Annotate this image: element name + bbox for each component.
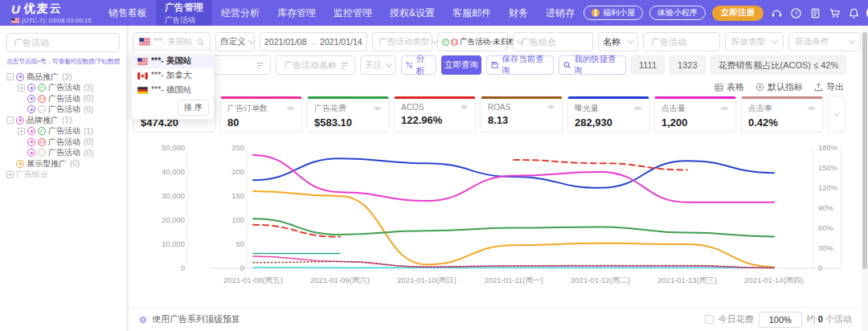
tree-item-商品推广[interactable]: -商品推广(3) — [6, 72, 120, 83]
portfolio-input[interactable] — [513, 32, 593, 51]
date-start[interactable]: 2021/01/08 — [264, 37, 307, 47]
tree-item-label: 广告组合 — [16, 169, 48, 180]
tree-item-label: 广告活动 — [48, 125, 80, 137]
eye-icon[interactable] — [373, 104, 382, 113]
kpi-card-点击率[interactable]: 点击率0.42% — [741, 96, 823, 132]
export-icon — [814, 83, 823, 92]
kpi-card-ACOS[interactable]: ACOS122.96% — [394, 96, 476, 132]
bell-icon[interactable] — [847, 6, 860, 19]
analyze-button[interactable]: 分析 — [401, 55, 436, 75]
percent-input[interactable] — [759, 312, 802, 328]
nav-item-库存管理[interactable]: 库存管理 — [268, 0, 325, 26]
date-preset-select[interactable]: 自定义 — [215, 32, 255, 51]
axis-tick-label: 50 — [235, 239, 244, 248]
nav-item-广告管理[interactable]: 广告管理广告活动 — [156, 0, 212, 26]
marketplace-option[interactable]: ***- 加拿大 — [132, 68, 214, 83]
campaign-tree-search-input[interactable] — [6, 33, 120, 52]
targeting-type-select[interactable]: 投放类型 — [725, 32, 784, 51]
top-navbar: U 优麦云 (UTC-7): 03/08 03:00:15 销售看板广告管理广告… — [0, 0, 868, 26]
table-view-button[interactable]: 表格 — [714, 81, 744, 93]
tree-item-广告活动[interactable]: +✓广告活动(1) — [6, 126, 120, 137]
query-button[interactable]: 立即查询 — [441, 55, 481, 75]
expand-icon[interactable]: + — [6, 171, 14, 178]
support-headset-icon[interactable] — [770, 6, 783, 19]
kpi-card-广告花费[interactable]: 广告花费$583.10 — [307, 96, 389, 132]
follow-select[interactable]: 关注 — [360, 55, 396, 75]
kpi-title: 点击率 — [748, 103, 772, 114]
expand-icon[interactable]: + — [18, 128, 25, 135]
tree-item-count: (0) — [84, 149, 93, 157]
sort-lines-icon[interactable] — [256, 62, 264, 69]
kpi-card-曝光量[interactable]: 曝光量282,930 — [567, 96, 649, 132]
kpi-card-广告订单数[interactable]: 广告订单数80 — [220, 96, 302, 132]
eye-icon[interactable] — [460, 103, 469, 112]
status-pause-icon: ❙❙ — [38, 95, 46, 103]
nav-item-进销存[interactable]: 进销存 — [537, 0, 583, 26]
campaign-input[interactable] — [643, 32, 720, 51]
marketplace-option[interactable]: ***- 美国站 — [132, 54, 214, 68]
tree-item-品牌推广[interactable]: -品牌推广(1) — [6, 115, 120, 126]
welfare-button[interactable]: 福利小屋 — [583, 6, 643, 20]
eye-icon[interactable] — [547, 103, 555, 112]
collapse-icon[interactable]: - — [6, 73, 14, 80]
campaign-type-select[interactable]: 广告活动类型 — [372, 32, 432, 51]
campaign-status-select[interactable]: ✓ ❙❙ 广告活动-未归档 — [437, 32, 508, 51]
metrics-chart: 50,00040,00030,00020,00010,0000250200150… — [129, 137, 862, 297]
tree-item-广告活动[interactable]: ❙❙广告活动(0) — [6, 137, 120, 148]
utc-time: (UTC-7): 03/08 03:00:15 — [11, 17, 96, 24]
tree-item-label: 品牌推广 — [27, 115, 59, 126]
today-spend-checkbox[interactable] — [705, 315, 714, 324]
campaign-name-input[interactable] — [276, 55, 355, 75]
my-quick-query-button[interactable]: 我的快捷查询 — [559, 55, 626, 75]
tree-item-广告活动[interactable]: ❙❙广告活动(0) — [6, 93, 120, 104]
cart-icon[interactable] — [828, 6, 841, 19]
nav-item-销售看板[interactable]: 销售看板 — [100, 0, 156, 26]
condition-select[interactable]: 筛选条件 — [788, 32, 861, 51]
kpi-card-点击量[interactable]: 点击量1,200 — [654, 96, 736, 132]
help-icon[interactable]: ? — [789, 6, 802, 19]
kpi-title: 广告花费 — [314, 103, 346, 114]
marketplace-select[interactable]: ***- 美国站 — [133, 32, 211, 51]
tree-item-广告组合[interactable]: +广告组合 — [6, 170, 120, 181]
tree-item-广告活动[interactable]: +✓广告活动(3) — [6, 83, 120, 94]
default-metrics-button[interactable]: 默认指标 — [755, 81, 803, 93]
nav-item-经营分析[interactable]: 经营分析 — [212, 0, 268, 26]
filter-chip[interactable]: 花费销售额占比(ACOS) ≤ 42% — [710, 55, 847, 75]
name-field-select[interactable]: 名称 — [598, 32, 638, 51]
document-icon[interactable] — [809, 6, 821, 19]
sort-button[interactable]: 排 序 — [178, 100, 209, 116]
nav-item-客服邮件[interactable]: 客服邮件 — [444, 0, 500, 26]
date-end[interactable]: 2021/01/14 — [320, 37, 362, 47]
eye-icon[interactable] — [720, 104, 729, 113]
date-range-picker[interactable]: 2021/01/08 → 2021/01/14 — [260, 32, 367, 51]
collapse-cards-button[interactable] — [828, 96, 845, 132]
nav-item-监控管理[interactable]: 监控管理 — [325, 0, 381, 26]
tree-item-展示型推广[interactable]: 展示型推广(0) — [6, 158, 120, 170]
sort-lines-icon[interactable] — [341, 62, 349, 69]
tree-item-count: (1) — [62, 116, 72, 125]
axis-tick-label: 2021-01-10(周日) — [397, 276, 457, 284]
eye-icon[interactable] — [633, 104, 642, 113]
axis-tick-label: 150 — [231, 191, 244, 200]
collapse-icon[interactable]: - — [6, 116, 14, 124]
export-button[interactable]: 导出 — [814, 81, 844, 93]
nav-item-授权&设置[interactable]: 授权&设置 — [381, 0, 444, 26]
filter-chip[interactable]: 1323 — [669, 55, 705, 75]
nav-item-财务[interactable]: 财务 — [500, 0, 537, 26]
register-button[interactable]: 立即注册 — [712, 6, 764, 21]
eye-icon[interactable] — [286, 104, 295, 113]
tree-item-广告活动[interactable]: –广告活动(0) — [6, 104, 120, 116]
kpi-card-ROAS[interactable]: ROAS8.13 — [481, 96, 563, 132]
experience-mini-program-button[interactable]: 体验小程序 — [649, 6, 706, 20]
eye-icon[interactable] — [807, 104, 816, 113]
axis-tick-label: 200 — [231, 167, 244, 176]
budget-toggle[interactable]: 使用广告系列顶级预算 — [138, 313, 240, 325]
kpi-value: $583.10 — [314, 116, 382, 129]
marketplace-flag-icon — [139, 38, 150, 46]
filter-chip[interactable]: 1111 — [631, 55, 665, 75]
scrollbar-thumb[interactable] — [862, 32, 867, 269]
tree-item-广告活动[interactable]: –广告活动(0) — [6, 148, 120, 159]
save-query-button[interactable]: 保存当前查询 — [486, 55, 554, 75]
expand-icon[interactable]: + — [18, 84, 25, 92]
marketplace-option[interactable]: ***- 德国站 — [132, 83, 214, 97]
